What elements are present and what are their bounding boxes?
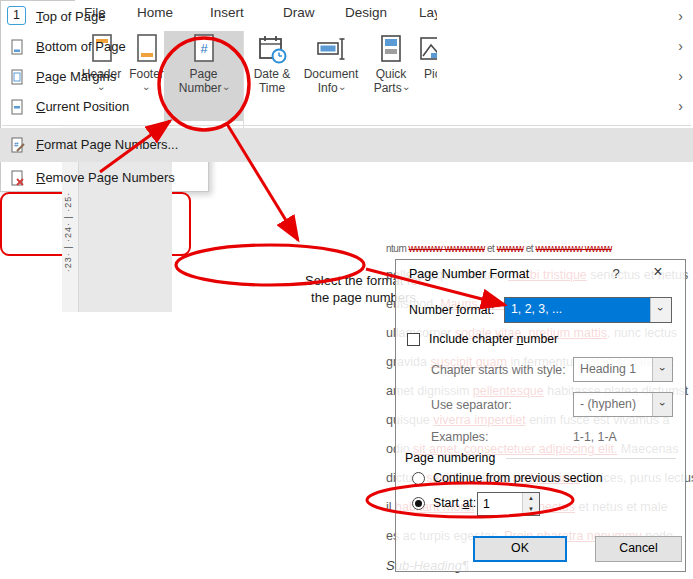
spinner-buttons: ▲ ▼ [522, 493, 539, 515]
group-divider [506, 458, 676, 459]
svg-text:#: # [14, 140, 19, 149]
examples-label: Examples: [431, 430, 488, 444]
document-tracked-changes-line: ntum wwwww wwwwww et wwww et wwwwwww www… [386, 243, 612, 254]
chevron-down-icon: › [650, 307, 672, 311]
chapter-style-dropdown-button[interactable]: › [652, 358, 672, 381]
step-number-badge: 1 [7, 6, 26, 25]
chevron-down-icon: › [651, 402, 673, 406]
remove-page-numbers-icon [9, 170, 25, 186]
help-icon[interactable]: ? [606, 266, 626, 281]
page-margins-icon [9, 69, 25, 85]
word-tutorial-screenshot: File Home Insert Draw Design Lay Header … [0, 0, 693, 579]
use-separator-label: Use separator: [431, 398, 512, 412]
cancel-button[interactable]: Cancel [595, 536, 682, 562]
number-format-dropdown-button[interactable]: › [650, 298, 671, 322]
close-icon[interactable]: × [644, 263, 672, 281]
dialog-title: Page Number Format [409, 267, 529, 281]
start-at-value[interactable]: 1 [483, 493, 490, 515]
number-format-label: Number format: [409, 303, 494, 317]
start-at-spinner[interactable]: 1 ▲ ▼ [477, 492, 540, 516]
callout-step-1: 1 Select the format for the page numbers [0, 192, 191, 256]
number-format-value: 1, 2, 3, ... [505, 298, 651, 322]
start-at-radio[interactable] [412, 497, 425, 510]
number-format-dropdown[interactable]: 1, 2, 3, ... › [504, 297, 672, 323]
use-separator-value: - (hyphen) [574, 393, 652, 416]
chapter-style-value: Heading 1 [574, 358, 652, 381]
chapter-style-label: Chapter starts with style: [431, 363, 566, 377]
spinner-down-icon[interactable]: ▼ [523, 504, 539, 515]
examples-value: 1-1, 1-A [573, 430, 617, 444]
page-number-format-dialog: Page Number Format ? × Number format: 1,… [395, 259, 686, 572]
start-at-label: Start at: [433, 496, 476, 510]
use-separator-dropdown-button[interactable]: › [652, 393, 672, 416]
current-position-icon [9, 99, 25, 115]
continue-from-previous-label: Continue from previous section [433, 471, 603, 485]
chevron-down-icon: › [651, 367, 673, 371]
bottom-of-page-icon [9, 39, 25, 55]
include-chapter-label: Include chapter number [429, 332, 558, 346]
chapter-style-dropdown[interactable]: Heading 1 › [573, 357, 673, 382]
format-page-numbers-icon: # [9, 137, 25, 153]
include-chapter-checkbox[interactable] [407, 333, 420, 346]
continue-from-previous-radio[interactable] [412, 472, 425, 485]
use-separator-dropdown[interactable]: - (hyphen) › [573, 392, 673, 417]
ok-button[interactable]: OK [473, 536, 567, 562]
page-numbering-group-title: Page numbering [405, 451, 495, 465]
